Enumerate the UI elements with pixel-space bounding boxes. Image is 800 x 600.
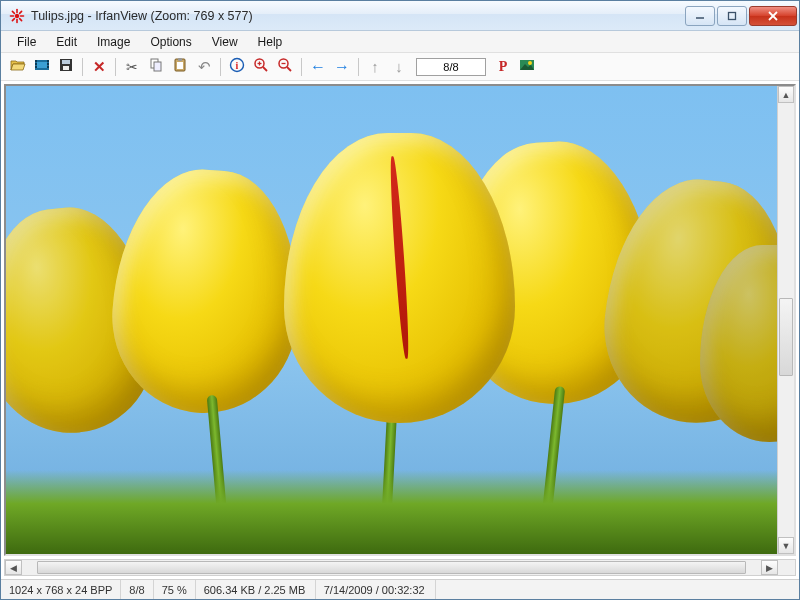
svg-rect-23 bbox=[63, 66, 69, 70]
title-bar: Tulips.jpg - IrfanView (Zoom: 769 x 577) bbox=[1, 1, 799, 31]
status-dimensions: 1024 x 768 x 24 BPP bbox=[1, 580, 121, 599]
cut-button[interactable]: ✂ bbox=[121, 56, 143, 78]
vertical-scrollbar[interactable]: ▲ ▼ bbox=[777, 86, 794, 554]
status-bar: 1024 x 768 x 24 BPP 8/8 75 % 606.34 KB /… bbox=[1, 579, 799, 599]
svg-line-36 bbox=[287, 67, 291, 71]
next-page-button[interactable]: ↓ bbox=[388, 56, 410, 78]
paste-button[interactable] bbox=[169, 56, 191, 78]
svg-rect-16 bbox=[35, 63, 37, 65]
slideshow-icon bbox=[519, 57, 535, 76]
toolbar-separator bbox=[115, 58, 116, 76]
filmstrip-icon bbox=[34, 57, 50, 76]
menu-options[interactable]: Options bbox=[140, 33, 201, 51]
info-button[interactable]: i bbox=[226, 56, 248, 78]
arrow-left-icon: ← bbox=[310, 58, 326, 76]
arrow-down-icon: ↓ bbox=[395, 58, 403, 75]
menu-image[interactable]: Image bbox=[87, 33, 140, 51]
zoom-out-button[interactable] bbox=[274, 56, 296, 78]
svg-rect-22 bbox=[62, 60, 70, 64]
scroll-down-button[interactable]: ▼ bbox=[778, 537, 794, 554]
zoom-in-icon bbox=[253, 57, 269, 76]
scroll-right-button[interactable]: ▶ bbox=[761, 560, 778, 575]
save-button[interactable] bbox=[55, 56, 77, 78]
svg-rect-28 bbox=[177, 62, 183, 69]
svg-rect-18 bbox=[47, 60, 49, 62]
svg-line-5 bbox=[12, 11, 14, 13]
zoom-in-button[interactable] bbox=[250, 56, 272, 78]
scroll-thumb[interactable] bbox=[37, 561, 746, 574]
undo-button[interactable]: ↶ bbox=[193, 56, 215, 78]
svg-rect-25 bbox=[154, 62, 161, 71]
svg-rect-10 bbox=[729, 12, 736, 19]
delete-button[interactable]: ✕ bbox=[88, 56, 110, 78]
menu-help[interactable]: Help bbox=[248, 33, 293, 51]
svg-point-0 bbox=[15, 13, 19, 17]
status-datetime: 7/14/2009 / 00:32:32 bbox=[316, 580, 436, 599]
svg-text:i: i bbox=[236, 60, 239, 71]
image-canvas[interactable] bbox=[6, 86, 777, 554]
svg-point-39 bbox=[528, 61, 532, 65]
maximize-button[interactable] bbox=[717, 6, 747, 26]
svg-line-7 bbox=[20, 11, 22, 13]
menu-edit[interactable]: Edit bbox=[46, 33, 87, 51]
prev-page-button[interactable]: ↑ bbox=[364, 56, 386, 78]
scroll-track[interactable] bbox=[778, 103, 794, 537]
image-content bbox=[387, 156, 410, 359]
status-index: 8/8 bbox=[121, 580, 153, 599]
copy-icon bbox=[148, 57, 164, 76]
status-spacer bbox=[436, 580, 799, 599]
image-content bbox=[6, 470, 777, 554]
app-icon bbox=[9, 8, 25, 24]
status-zoom: 75 % bbox=[154, 580, 196, 599]
svg-rect-20 bbox=[47, 66, 49, 68]
scissors-icon: ✂ bbox=[126, 59, 138, 75]
scroll-track[interactable] bbox=[22, 560, 761, 575]
copy-button[interactable] bbox=[145, 56, 167, 78]
scroll-left-button[interactable]: ◀ bbox=[5, 560, 22, 575]
toolbar: ✕ ✂ ↶ i ← → ↑ bbox=[1, 53, 799, 81]
image-viewport: ▲ ▼ bbox=[4, 84, 796, 556]
toolbar-separator bbox=[301, 58, 302, 76]
menu-view[interactable]: View bbox=[202, 33, 248, 51]
arrow-right-icon: → bbox=[334, 58, 350, 76]
svg-rect-15 bbox=[35, 60, 37, 62]
svg-line-8 bbox=[12, 18, 14, 20]
delete-x-icon: ✕ bbox=[93, 58, 106, 76]
floppy-icon bbox=[58, 57, 74, 76]
horizontal-scrollbar[interactable]: ◀ ▶ bbox=[4, 559, 796, 576]
svg-rect-27 bbox=[178, 58, 182, 61]
page-counter[interactable]: 8/8 bbox=[416, 58, 486, 76]
arrow-up-icon: ↑ bbox=[371, 58, 379, 75]
toolbar-separator bbox=[358, 58, 359, 76]
plugin-p-icon: P bbox=[499, 59, 508, 75]
slideshow-button[interactable] bbox=[516, 56, 538, 78]
thumbnails-button[interactable] bbox=[31, 56, 53, 78]
prev-image-button[interactable]: ← bbox=[307, 56, 329, 78]
next-image-button[interactable]: → bbox=[331, 56, 353, 78]
window-title: Tulips.jpg - IrfanView (Zoom: 769 x 577) bbox=[31, 9, 683, 23]
undo-icon: ↶ bbox=[198, 58, 211, 76]
minimize-button[interactable] bbox=[685, 6, 715, 26]
status-filesize: 606.34 KB / 2.25 MB bbox=[196, 580, 316, 599]
svg-rect-17 bbox=[35, 66, 37, 68]
info-icon: i bbox=[229, 57, 245, 76]
scroll-thumb[interactable] bbox=[779, 298, 793, 376]
clipboard-icon bbox=[172, 57, 188, 76]
scrollbar-corner bbox=[778, 560, 795, 575]
menu-file[interactable]: File bbox=[7, 33, 46, 51]
svg-rect-19 bbox=[47, 63, 49, 65]
toolbar-separator bbox=[82, 58, 83, 76]
image-content bbox=[284, 133, 515, 423]
scroll-up-button[interactable]: ▲ bbox=[778, 86, 794, 103]
svg-line-32 bbox=[263, 67, 267, 71]
zoom-out-icon bbox=[277, 57, 293, 76]
svg-line-6 bbox=[20, 18, 22, 20]
plugin-button[interactable]: P bbox=[492, 56, 514, 78]
window-controls bbox=[683, 6, 797, 26]
svg-rect-14 bbox=[37, 62, 47, 68]
toolbar-separator bbox=[220, 58, 221, 76]
open-button[interactable] bbox=[7, 56, 29, 78]
menu-bar: File Edit Image Options View Help bbox=[1, 31, 799, 53]
folder-open-icon bbox=[10, 57, 26, 76]
close-button[interactable] bbox=[749, 6, 797, 26]
